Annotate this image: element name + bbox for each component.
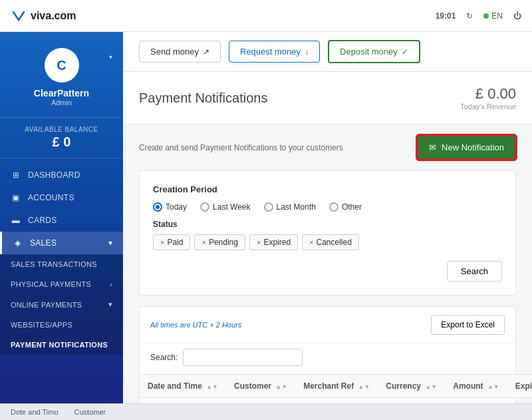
sort-arrows: ▲▼ xyxy=(206,383,218,390)
notification-description: Create and send Payment Notifications to… xyxy=(139,143,343,152)
radio-today-label: Today xyxy=(166,202,187,212)
radio-other-label: Other xyxy=(342,202,362,212)
sidebar-item-cards[interactable]: ▬ CARDS xyxy=(0,209,123,232)
col-date-time-label: Date and Time xyxy=(148,381,202,391)
main-content: Send money ↗ Request money ↓ Deposit mon… xyxy=(123,32,532,420)
col-amount[interactable]: Amount ▲▼ xyxy=(445,375,507,398)
sidebar-item-online-payments[interactable]: ONLINE PAYMENTS ▾ xyxy=(0,294,123,315)
radio-last-month[interactable]: Last Month xyxy=(264,202,316,212)
status-label: Status xyxy=(153,220,502,229)
profile-role: Admin xyxy=(51,99,72,106)
radio-other[interactable]: Other xyxy=(329,202,362,212)
col-date-time[interactable]: Date and Time ▲▼ xyxy=(140,375,226,398)
tag-label-paid: Paid xyxy=(167,238,183,247)
request-money-icon: ↓ xyxy=(305,47,309,57)
status-tag-paid[interactable]: × Paid xyxy=(153,234,190,250)
radio-last-week-label: Last Week xyxy=(213,202,250,212)
balance-label: AVAILABLE BALANCE xyxy=(11,126,112,133)
revenue-amount: £ 0.00 xyxy=(460,85,516,103)
sidebar-item-dashboard[interactable]: ⊞ DASHBOARD xyxy=(0,164,123,186)
profile-chevron-icon[interactable]: ▾ xyxy=(109,53,112,61)
export-button[interactable]: Export to Excel xyxy=(431,315,505,335)
tag-label-cancelled: Cancelled xyxy=(317,238,352,247)
balance-amount: £ 0 xyxy=(11,134,112,150)
sidebar-item-payment-notifications[interactable]: PAYMENT NOTIFICATIONS xyxy=(0,335,123,355)
accounts-icon: ▣ xyxy=(11,193,21,202)
sidebar-profile: C ClearPattern Admin ▾ xyxy=(0,32,123,118)
status-tag-pending[interactable]: × Pending xyxy=(194,234,245,250)
topbar-right: 19:01 ↻ EN ⏻ xyxy=(436,11,521,21)
nav-sub-label: WEBSITES/APPS xyxy=(11,321,72,329)
status-tags: × Paid × Pending × Expired × xyxy=(153,234,502,250)
sidebar-item-sales[interactable]: ◈ SALES ▾ xyxy=(0,232,123,254)
chevron-right-icon: › xyxy=(110,280,112,288)
lang-dot xyxy=(483,13,489,19)
col-merchant-ref[interactable]: Merchant Ref ▲▼ xyxy=(295,375,378,398)
sidebar-item-label: CARDS xyxy=(28,216,57,225)
radio-last-week[interactable]: Last Week xyxy=(200,202,250,212)
notification-bar: Create and send Payment Notifications to… xyxy=(139,135,516,160)
tag-x-expired: × xyxy=(257,238,261,246)
sidebar-item-websites-apps[interactable]: WEBSITES/APPS xyxy=(0,315,123,335)
sidebar-item-accounts[interactable]: ▣ ACCOUNTS xyxy=(0,186,123,209)
send-money-label: Send money xyxy=(150,47,199,57)
profile-name: ClearPattern xyxy=(34,88,89,99)
radio-today[interactable]: Today xyxy=(153,202,187,212)
sidebar-item-physical-payments[interactable]: PHYSICAL PAYMENTS › xyxy=(0,274,123,294)
sidebar-item-label: DASHBOARD xyxy=(28,170,80,180)
request-money-button[interactable]: Request money ↓ xyxy=(229,41,320,63)
tag-x-pending: × xyxy=(201,238,205,246)
sort-arrows: ▲▼ xyxy=(275,383,287,390)
chevron-down-icon: ▾ xyxy=(108,300,112,309)
radio-other-circle xyxy=(329,202,338,212)
status-section: Status × Paid × Pending × Expired xyxy=(153,220,502,250)
col-expiration[interactable]: Expiration ▲▼ xyxy=(507,375,532,398)
logo-icon xyxy=(11,8,27,24)
deposit-money-icon: ✓ xyxy=(402,47,408,57)
sidebar: C ClearPattern Admin ▾ AVAILABLE BALANCE… xyxy=(0,32,123,420)
topbar-time: 19:01 xyxy=(436,11,456,21)
search-row: Search: xyxy=(140,343,515,374)
col-amount-label: Amount xyxy=(453,381,483,391)
sales-left: ◈ SALES xyxy=(13,238,57,248)
col-merchant-ref-label: Merchant Ref xyxy=(303,381,354,391)
new-notification-button[interactable]: ✉ New Notification xyxy=(417,135,516,160)
power-icon[interactable]: ⏻ xyxy=(513,11,521,21)
data-toolbar: All times are UTC + 2 Hours Export to Ex… xyxy=(140,307,515,343)
content-area: Create and send Payment Notifications to… xyxy=(123,124,532,420)
sort-arrows: ▲▼ xyxy=(425,383,437,390)
nav-sub-label: ONLINE PAYMENTS xyxy=(11,301,82,309)
email-icon: ✉ xyxy=(429,142,436,152)
table-header: Date and Time ▲▼ Customer ▲▼ Merchant Re… xyxy=(140,375,532,398)
search-label: Search: xyxy=(150,353,178,362)
radio-last-week-circle xyxy=(200,202,209,212)
deposit-money-button[interactable]: Deposit money ✓ xyxy=(328,40,420,63)
timezone-note: All times are UTC + 2 Hours xyxy=(150,321,241,329)
request-money-label: Request money xyxy=(240,47,301,57)
topbar: viva.com 19:01 ↻ EN ⏻ xyxy=(0,0,532,32)
tag-x-cancelled: × xyxy=(309,238,313,246)
tag-x-paid: × xyxy=(160,238,164,246)
language-selector[interactable]: EN xyxy=(483,11,503,21)
col-customer[interactable]: Customer ▲▼ xyxy=(226,375,295,398)
sidebar-item-sales-transactions[interactable]: SALES TRANSACTIONS xyxy=(0,254,123,274)
nav-items: ⊞ DASHBOARD ▣ ACCOUNTS ▬ CARDS ◈ SALES ▾ xyxy=(0,158,123,420)
avatar: C xyxy=(45,48,79,83)
status-item-2: Customer xyxy=(74,408,106,416)
sort-arrows: ▲▼ xyxy=(358,383,370,390)
col-expiration-label: Expiration xyxy=(515,381,532,391)
nav-sub-label: PAYMENT NOTIFICATIONS xyxy=(11,341,108,349)
radio-group: Today Last Week Last Month Other xyxy=(153,202,502,212)
search-input[interactable] xyxy=(183,349,303,366)
lang-label: EN xyxy=(491,11,503,21)
radio-last-month-circle xyxy=(264,202,273,212)
filter-section-title: Creation Period xyxy=(153,184,502,194)
tag-label-expired: Expired xyxy=(263,238,291,247)
send-money-button[interactable]: Send money ↗ xyxy=(139,41,221,63)
col-currency[interactable]: Currency ▲▼ xyxy=(378,375,445,398)
status-tag-cancelled[interactable]: × Cancelled xyxy=(302,234,359,250)
refresh-icon[interactable]: ↻ xyxy=(466,11,473,21)
status-tag-expired[interactable]: × Expired xyxy=(249,234,298,250)
search-button[interactable]: Search xyxy=(447,261,502,282)
sort-arrows: ▲▼ xyxy=(487,383,499,390)
